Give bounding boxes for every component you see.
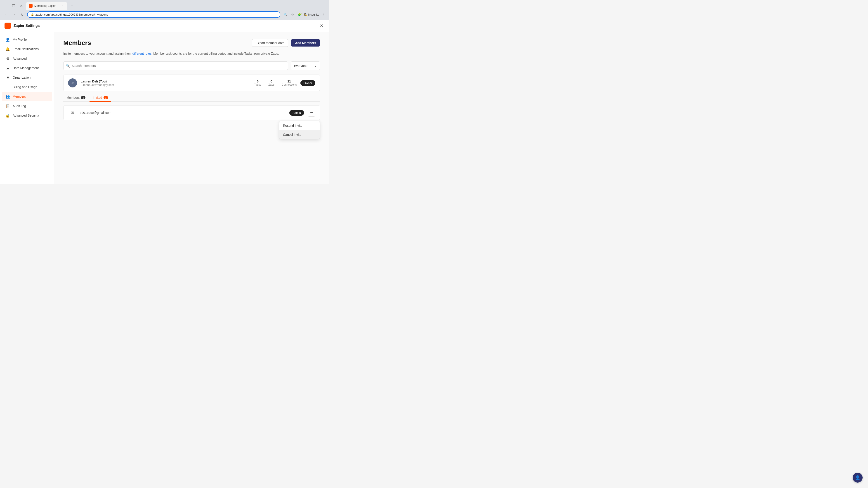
- invited-role-badge: Admin: [289, 110, 304, 116]
- browser-tab-active[interactable]: Members | Zapier ✕: [26, 2, 67, 10]
- sidebar-item-billing-and-usage[interactable]: ☰ Billing and Usage: [2, 83, 52, 92]
- zaps-value: 0: [268, 79, 274, 83]
- owner-member-stats: 0 Tasks 0 Zaps 11 Connections: [254, 79, 297, 86]
- bookmark-icon-btn[interactable]: ☆: [289, 11, 296, 18]
- invite-dropdown-menu: Resend Invite Cancel Invite: [279, 121, 320, 139]
- new-tab-button[interactable]: +: [69, 3, 75, 9]
- page-header: Members Export member data Add Members: [63, 39, 320, 47]
- filter-value: Everyone: [294, 64, 307, 68]
- search-icon-btn[interactable]: 🔍: [282, 11, 288, 18]
- sidebar-item-email-notifications[interactable]: 🔔 Email Notifications: [2, 44, 52, 54]
- search-icon: 🔍: [66, 64, 70, 68]
- extensions-icon-btn[interactable]: 🧩: [297, 11, 303, 18]
- advanced-icon: ⚙: [5, 56, 10, 61]
- everyone-filter-dropdown[interactable]: Everyone ⌄: [291, 61, 320, 70]
- email-icon: ✉: [68, 109, 76, 117]
- owner-avatar: LD: [68, 78, 77, 88]
- window-close-button[interactable]: ✕: [18, 3, 24, 9]
- owner-member-email: 24ee050e@moodjoy.com: [81, 83, 251, 87]
- browser-window-controls: ─ ❐ ✕: [3, 3, 24, 9]
- sidebar-item-advanced-security[interactable]: 🔒 Advanced Security: [2, 111, 52, 120]
- profile-icon: 👤: [5, 37, 10, 42]
- billing-icon: ☰: [5, 85, 10, 89]
- zaps-stat: 0 Zaps: [268, 79, 274, 86]
- zapier-logo-icon: [4, 23, 11, 29]
- sidebar-item-my-profile[interactable]: 👤 My Profile: [2, 35, 52, 44]
- modal-close-button[interactable]: ✕: [318, 23, 324, 29]
- invited-member-email: d901eace@gmail.com: [80, 111, 286, 115]
- main-content: Members Export member data Add Members I…: [54, 32, 329, 184]
- tab-invited-label: Invited: [93, 96, 102, 99]
- sidebar-label-billing-and-usage: Billing and Usage: [13, 85, 37, 89]
- connections-label: Connections: [282, 83, 297, 86]
- sidebar-label-advanced-security: Advanced Security: [13, 113, 39, 117]
- url-text: zapier.com/app/settings/17062338/members…: [35, 13, 277, 16]
- tasks-label: Tasks: [254, 83, 261, 86]
- url-bar[interactable]: 🔒 zapier.com/app/settings/17062338/membe…: [27, 11, 280, 18]
- window-minimize-button[interactable]: ─: [3, 3, 9, 9]
- menu-icon-btn[interactable]: ⋮: [320, 11, 327, 18]
- sidebar-item-organization[interactable]: ■ Organization: [2, 73, 52, 82]
- app-wrapper: Zapier Settings ✕ 👤 My Profile 🔔 Email N…: [0, 20, 329, 184]
- members-icon: 👥: [5, 94, 10, 99]
- tab-invited[interactable]: Invited 1: [90, 94, 111, 102]
- browser-right-icons: 🔍 ☆ 🧩 🕵 Incognito ⋮: [282, 11, 327, 18]
- chevron-down-icon: ⌄: [314, 64, 317, 68]
- modal-header: Zapier Settings ✕: [0, 20, 329, 32]
- tab-close-icon[interactable]: ✕: [61, 4, 64, 8]
- more-options-button[interactable]: •••: [308, 109, 315, 117]
- connections-stat: 11 Connections: [282, 79, 297, 86]
- owner-member-name: Lauren Deli (You): [81, 79, 251, 83]
- sidebar-item-data-management[interactable]: ☁ Data Management: [2, 64, 52, 72]
- browser-address-bar: ← → ↻ 🔒 zapier.com/app/settings/17062338…: [0, 10, 329, 20]
- resend-invite-option[interactable]: Resend Invite: [279, 121, 320, 130]
- reload-button[interactable]: ↻: [19, 11, 25, 18]
- connections-value: 11: [282, 79, 297, 83]
- org-icon: ■: [5, 75, 10, 80]
- description-suffix: . Member task counts are for the current…: [151, 52, 279, 55]
- owner-member-info: Lauren Deli (You) 24ee050e@moodjoy.com: [81, 79, 251, 87]
- zaps-label: Zaps: [268, 83, 274, 86]
- different-roles-link[interactable]: different roles: [132, 52, 152, 55]
- sidebar-label-audit-log: Audit Log: [13, 104, 26, 108]
- shield-icon: 🔒: [5, 113, 10, 118]
- page-description: Invite members to your account and assig…: [63, 51, 320, 56]
- modal-title: Zapier Settings: [13, 24, 40, 28]
- tab-members[interactable]: Members 1: [63, 94, 89, 102]
- window-restore-button[interactable]: ❐: [10, 3, 17, 9]
- sidebar-item-members[interactable]: 👥 Members: [2, 92, 52, 101]
- sidebar-label-members: Members: [13, 95, 26, 98]
- bell-icon: 🔔: [5, 47, 10, 51]
- sidebar-label-my-profile: My Profile: [13, 38, 27, 41]
- page-title: Members: [63, 39, 91, 46]
- owner-role-badge: Owner: [301, 80, 315, 86]
- app-container: 👤 My Profile 🔔 Email Notifications ⚙ Adv…: [0, 32, 329, 184]
- back-button[interactable]: ←: [3, 11, 9, 18]
- incognito-badge: 🕵 Incognito: [304, 13, 319, 16]
- export-member-data-button[interactable]: Export member data: [252, 39, 288, 47]
- cloud-icon: ☁: [5, 66, 10, 70]
- tasks-stat: 0 Tasks: [254, 79, 261, 86]
- description-text: Invite members to your account and assig…: [63, 52, 132, 55]
- members-tabs: Members 1 Invited 1: [63, 94, 320, 102]
- tab-favicon: [29, 4, 33, 8]
- sidebar-label-email-notifications: Email Notifications: [13, 47, 39, 51]
- tasks-value: 0: [254, 79, 261, 83]
- tab-members-label: Members: [66, 96, 80, 99]
- sidebar-item-advanced[interactable]: ⚙ Advanced: [2, 54, 52, 63]
- lock-icon: 🔒: [31, 13, 34, 16]
- tab-members-badge: 1: [81, 96, 86, 99]
- invited-member-row: ✉ d901eace@gmail.com Admin ••• Resend In…: [63, 105, 320, 120]
- sidebar-item-audit-log[interactable]: 📋 Audit Log: [2, 101, 52, 110]
- tab-title: Members | Zapier: [34, 4, 59, 7]
- browser-chrome: ─ ❐ ✕ Members | Zapier ✕ + ← → ↻ 🔒 zapie…: [0, 0, 329, 20]
- sidebar-label-organization: Organization: [13, 76, 31, 79]
- forward-button[interactable]: →: [11, 11, 17, 18]
- search-members-input[interactable]: [63, 61, 288, 70]
- cancel-invite-option[interactable]: Cancel Invite: [279, 130, 320, 139]
- incognito-icon: 🕵: [304, 13, 307, 16]
- browser-title-bar: ─ ❐ ✕ Members | Zapier ✕ +: [0, 0, 329, 10]
- tab-invited-badge: 1: [103, 96, 108, 99]
- add-members-button[interactable]: Add Members: [291, 39, 320, 46]
- incognito-label: Incognito: [308, 13, 319, 16]
